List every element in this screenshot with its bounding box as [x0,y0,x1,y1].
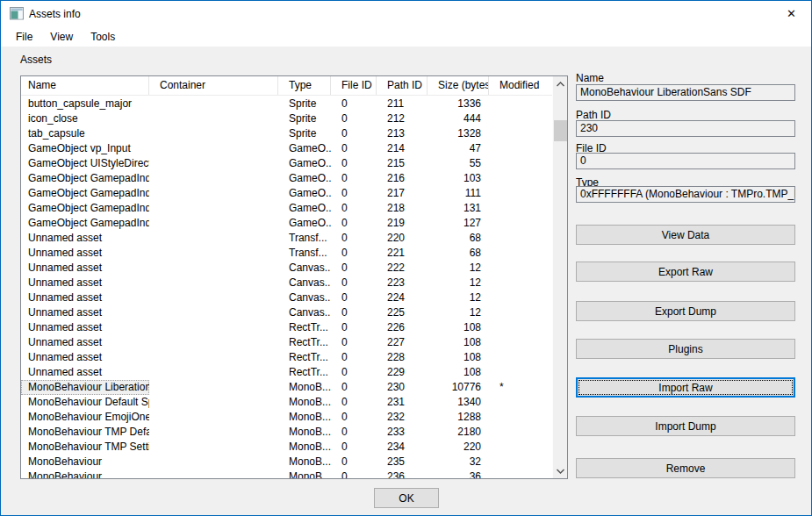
table-row[interactable]: GameObject GamepadIndic...GameO...021610… [21,171,552,186]
vertical-scrollbar[interactable] [552,76,567,478]
cell-type: MonoB... [278,455,331,469]
table-row[interactable]: GameObject GamepadIndic...GameO...021813… [21,201,552,216]
table-row[interactable]: GameObject GamepadIndic...GameO...021912… [21,216,552,231]
scroll-down-icon[interactable] [553,463,568,478]
table-row[interactable]: Unnamed assetRectTr...0229108 [21,365,552,380]
cell-size: 1288 [428,410,489,425]
table-row[interactable]: Unnamed assetRectTr...0226108 [21,320,552,335]
column-header-name[interactable]: Name [21,76,149,95]
table-row[interactable]: button_capsule_majorSprite02111336 [21,97,552,111]
cell-type: GameO... [278,216,331,231]
table-row[interactable]: MonoBehaviour LiberationS...MonoB...0230… [21,380,552,395]
table-row[interactable]: MonoBehaviour TMP Defau...MonoB...023321… [21,425,552,440]
name-field[interactable]: MonoBehaviour LiberationSans SDF [576,84,795,101]
menu-view[interactable]: View [41,28,82,46]
table-row[interactable]: Unnamed assetRectTr...0227108 [21,335,552,350]
cell-path-id: 227 [377,335,428,350]
cell-name: Unnamed asset [21,231,149,246]
remove-button[interactable]: Remove [576,458,795,478]
cell-size: 12 [428,276,489,290]
table-row[interactable]: Unnamed assetTransf...022168 [21,246,552,261]
table-row[interactable]: Unnamed assetCanvas...022312 [21,276,552,290]
column-header-container[interactable]: Container [149,76,278,95]
column-header-file-id[interactable]: File ID [331,76,377,95]
cell-type: Sprite [278,111,331,126]
cell-size: 68 [428,231,489,246]
column-header-path-id[interactable]: Path ID [377,76,428,95]
table-row[interactable]: Unnamed assetCanvas...022212 [21,261,552,276]
cell-file-id: 0 [331,156,377,171]
table-row[interactable]: GameObject GamepadIndic...GameO...021711… [21,186,552,201]
path-id-field[interactable]: 230 [576,120,795,137]
table-row[interactable]: tab_capsuleSprite02131328 [21,126,552,141]
table-row[interactable]: Unnamed assetTransf...022068 [21,231,552,246]
menu-file[interactable]: File [7,28,41,46]
cell-type: GameO... [278,141,331,156]
table-row[interactable]: Unnamed assetCanvas...022412 [21,290,552,305]
import-dump-button[interactable]: Import Dump [576,416,795,436]
cell-file-id: 0 [331,141,377,156]
assets-group-label: Assets [20,54,52,66]
export-dump-button[interactable]: Export Dump [576,301,795,321]
table-row[interactable]: icon_closeSprite0212444 [21,111,552,126]
cell-container [149,395,278,410]
cell-name: GameObject GamepadIndic... [21,171,149,186]
scroll-up-icon[interactable] [553,76,568,91]
table-row[interactable]: GameObject UIStyleDirectorGameO...021555 [21,156,552,171]
cell-type: Canvas... [278,276,331,290]
cell-name: MonoBehaviour TMP Settings [21,440,149,455]
column-header-size-bytes[interactable]: Size (bytes) [428,76,489,95]
type-field[interactable]: 0xFFFFFFFA (MonoBehaviour : TMPro.TMP_Fo… [576,186,795,203]
table-body: button_capsule_majorSprite02111336icon_c… [21,97,552,478]
menu-tools[interactable]: Tools [82,28,124,46]
cell-path-id: 224 [377,290,428,305]
cell-file-id: 0 [331,410,377,425]
cell-modified [489,111,551,126]
cell-path-id: 219 [377,216,428,231]
cell-type: Canvas... [278,261,331,276]
cell-name: button_capsule_major [21,97,149,111]
table-row[interactable]: MonoBehaviourMonoB...023636 [21,469,552,478]
cell-file-id: 0 [331,201,377,216]
import-raw-button[interactable]: Import Raw [576,377,795,398]
plugins-button[interactable]: Plugins [576,339,795,359]
table-row[interactable]: GameObject vp_InputGameO...021447 [21,141,552,156]
cell-name: MonoBehaviour LiberationS... [21,380,149,395]
column-header-type[interactable]: Type [278,76,331,95]
cell-name: Unnamed asset [21,290,149,305]
cell-size: 108 [428,350,489,365]
cell-path-id: 235 [377,455,428,469]
cell-container [149,171,278,186]
table-row[interactable]: Unnamed assetRectTr...0228108 [21,350,552,365]
cell-size: 10776 [428,380,489,395]
file-id-field[interactable]: 0 [576,153,795,169]
ok-button[interactable]: OK [374,488,439,508]
export-raw-button[interactable]: Export Raw [576,262,795,282]
view-data-button[interactable]: View Data [576,225,795,245]
cell-path-id: 233 [377,425,428,440]
cell-path-id: 218 [377,201,428,216]
cell-path-id: 229 [377,365,428,380]
table-row[interactable]: MonoBehaviour TMP SettingsMonoB...023422… [21,440,552,455]
cell-container [149,246,278,261]
table-row[interactable]: MonoBehaviourMonoB...023532 [21,455,552,469]
table-row[interactable]: Unnamed assetCanvas...022512 [21,305,552,320]
cell-size: 108 [428,365,489,380]
cell-file-id: 0 [331,469,377,478]
close-icon[interactable]: ✕ [772,1,811,26]
cell-name: GameObject vp_Input [21,141,149,156]
table-row[interactable]: MonoBehaviour Default Sp...MonoB...02311… [21,395,552,410]
cell-name: icon_close [21,111,149,126]
assets-table: NameContainerTypeFile IDPath IDSize (byt… [20,75,568,479]
table-row[interactable]: MonoBehaviour EmojiOneMonoB...02321288 [21,410,552,425]
cell-size: 220 [428,440,489,455]
cell-type: Transf... [278,246,331,261]
column-header-modified[interactable]: Modified [489,76,552,95]
cell-modified [489,305,551,320]
cell-path-id: 216 [377,171,428,186]
cell-type: Canvas... [278,305,331,320]
cell-type: GameO... [278,201,331,216]
cell-modified [489,455,551,469]
cell-type: MonoB... [278,380,331,395]
scrollbar-thumb[interactable] [554,120,567,141]
